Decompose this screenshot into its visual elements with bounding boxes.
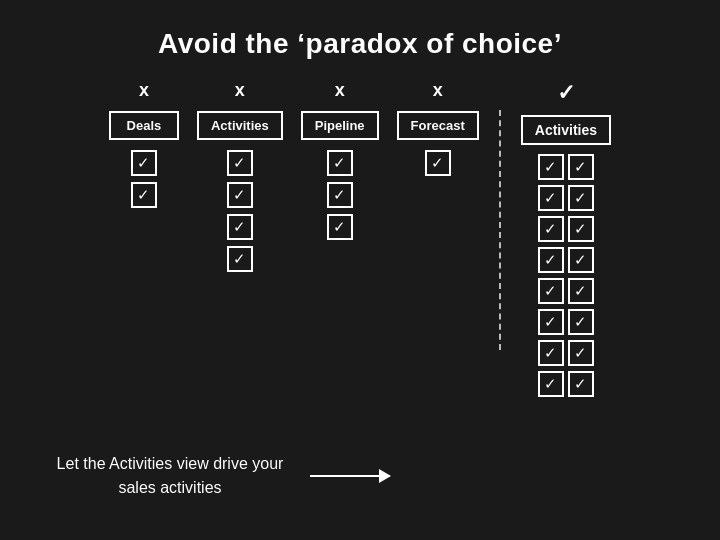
activities-right-cb-1a: ✓: [538, 154, 564, 180]
pipeline-checkbox-3: ✓: [327, 214, 353, 240]
activities-right-cb-7b: ✓: [568, 340, 594, 366]
bottom-section: Let the Activities view drive your sales…: [50, 452, 390, 500]
activities-left-checkbox-2: ✓: [227, 182, 253, 208]
bottom-text: Let the Activities view drive your sales…: [50, 452, 290, 500]
pipeline-label: Pipeline: [301, 111, 379, 140]
activities-right-row-3: ✓ ✓: [538, 216, 594, 242]
column-activities-right: ✓ Activities ✓ ✓ ✓ ✓ ✓ ✓ ✓ ✓ ✓ ✓: [521, 80, 611, 397]
activities-left-checkbox-1: ✓: [227, 150, 253, 176]
activities-right-row-4: ✓ ✓: [538, 247, 594, 273]
activities-right-cb-1b: ✓: [568, 154, 594, 180]
pipeline-x-mark: x: [335, 80, 345, 101]
activities-right-cb-3b: ✓: [568, 216, 594, 242]
pipeline-checkbox-2: ✓: [327, 182, 353, 208]
activities-right-row-8: ✓ ✓: [538, 371, 594, 397]
activities-right-row-7: ✓ ✓: [538, 340, 594, 366]
arrow: [310, 475, 390, 477]
activities-right-cb-7a: ✓: [538, 340, 564, 366]
column-activities-left: x Activities ✓ ✓ ✓ ✓: [197, 80, 283, 272]
main-content: x Deals ✓ ✓ x Activities ✓ ✓ ✓ ✓ x Pipel…: [0, 80, 720, 397]
dashed-divider: [499, 110, 501, 350]
left-columns: x Deals ✓ ✓ x Activities ✓ ✓ ✓ ✓ x Pipel…: [109, 80, 479, 272]
activities-right-row-2: ✓ ✓: [538, 185, 594, 211]
activities-right-cb-4b: ✓: [568, 247, 594, 273]
activities-right-cb-5a: ✓: [538, 278, 564, 304]
column-pipeline: x Pipeline ✓ ✓ ✓: [301, 80, 379, 240]
activities-right-cb-2b: ✓: [568, 185, 594, 211]
activities-right-cb-6a: ✓: [538, 309, 564, 335]
deals-x-mark: x: [139, 80, 149, 101]
activities-left-x-mark: x: [235, 80, 245, 101]
activities-left-label: Activities: [197, 111, 283, 140]
forecast-x-mark: x: [433, 80, 443, 101]
activities-left-checkbox-3: ✓: [227, 214, 253, 240]
activities-right-cb-8a: ✓: [538, 371, 564, 397]
activities-right-cb-3a: ✓: [538, 216, 564, 242]
activities-right-cb-5b: ✓: [568, 278, 594, 304]
activities-right-cb-2a: ✓: [538, 185, 564, 211]
deals-label: Deals: [109, 111, 179, 140]
forecast-label: Forecast: [397, 111, 479, 140]
page-container: Avoid the ‘paradox of choice’ x Deals ✓ …: [0, 0, 720, 397]
column-forecast: x Forecast ✓: [397, 80, 479, 176]
arrow-line: [310, 475, 390, 477]
activities-left-checkbox-4: ✓: [227, 246, 253, 272]
activities-right-row-6: ✓ ✓: [538, 309, 594, 335]
activities-right-row-1: ✓ ✓: [538, 154, 594, 180]
column-deals: x Deals ✓ ✓: [109, 80, 179, 208]
deals-checkbox-1: ✓: [131, 150, 157, 176]
activities-right-cb-6b: ✓: [568, 309, 594, 335]
activities-right-check-mark: ✓: [557, 80, 575, 106]
forecast-checkbox-1: ✓: [425, 150, 451, 176]
deals-checkbox-2: ✓: [131, 182, 157, 208]
page-title: Avoid the ‘paradox of choice’: [0, 0, 720, 80]
pipeline-checkbox-1: ✓: [327, 150, 353, 176]
activities-right-cb-4a: ✓: [538, 247, 564, 273]
activities-right-row-5: ✓ ✓: [538, 278, 594, 304]
activities-right-cb-8b: ✓: [568, 371, 594, 397]
activities-right-label: Activities: [521, 115, 611, 145]
